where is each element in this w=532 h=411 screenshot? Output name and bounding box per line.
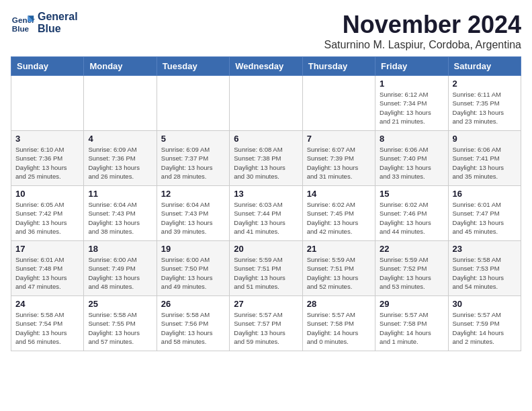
day-number: 8 <box>380 134 443 144</box>
day-number: 10 <box>15 189 79 199</box>
day-number: 25 <box>88 299 152 309</box>
day-number: 13 <box>234 189 298 199</box>
calendar-cell: 26Sunrise: 5:58 AM Sunset: 7:56 PM Dayli… <box>157 296 229 351</box>
calendar-cell <box>230 76 302 131</box>
day-number: 22 <box>380 244 443 254</box>
calendar-cell: 7Sunrise: 6:07 AM Sunset: 7:39 PM Daylig… <box>302 131 375 186</box>
day-number: 26 <box>161 299 225 309</box>
calendar-week-3: 10Sunrise: 6:05 AM Sunset: 7:42 PM Dayli… <box>11 186 521 241</box>
location-subtitle: Saturnino M. Laspiur, Cordoba, Argentina <box>324 39 521 51</box>
calendar-cell: 2Sunrise: 6:11 AM Sunset: 7:35 PM Daylig… <box>448 76 521 131</box>
day-number: 4 <box>88 134 152 144</box>
calendar-cell <box>157 76 229 131</box>
weekday-header-monday: Monday <box>84 57 157 76</box>
title-section: November 2024 Saturnino M. Laspiur, Cord… <box>324 11 521 51</box>
calendar-cell: 11Sunrise: 6:04 AM Sunset: 7:43 PM Dayli… <box>84 186 157 241</box>
day-info: Sunrise: 5:59 AM Sunset: 7:52 PM Dayligh… <box>380 255 443 291</box>
day-number: 6 <box>234 134 298 144</box>
day-info: Sunrise: 5:59 AM Sunset: 7:51 PM Dayligh… <box>307 255 371 291</box>
logo-line2: Blue <box>38 23 78 35</box>
day-number: 7 <box>307 134 371 144</box>
day-info: Sunrise: 5:58 AM Sunset: 7:54 PM Dayligh… <box>15 310 79 346</box>
day-info: Sunrise: 5:57 AM Sunset: 7:57 PM Dayligh… <box>234 310 298 346</box>
calendar-cell: 8Sunrise: 6:06 AM Sunset: 7:40 PM Daylig… <box>375 131 448 186</box>
day-info: Sunrise: 6:06 AM Sunset: 7:40 PM Dayligh… <box>380 145 443 181</box>
calendar-header-row: SundayMondayTuesdayWednesdayThursdayFrid… <box>11 57 521 76</box>
day-info: Sunrise: 6:12 AM Sunset: 7:34 PM Dayligh… <box>380 90 443 126</box>
calendar-cell: 1Sunrise: 6:12 AM Sunset: 7:34 PM Daylig… <box>375 76 448 131</box>
day-info: Sunrise: 6:01 AM Sunset: 7:47 PM Dayligh… <box>453 200 517 236</box>
logo-line1: General <box>38 11 78 23</box>
day-number: 5 <box>161 134 225 144</box>
day-info: Sunrise: 6:07 AM Sunset: 7:39 PM Dayligh… <box>307 145 371 181</box>
day-number: 29 <box>380 299 443 309</box>
weekday-header-thursday: Thursday <box>302 57 375 76</box>
day-info: Sunrise: 6:04 AM Sunset: 7:43 PM Dayligh… <box>88 200 152 236</box>
calendar-cell: 21Sunrise: 5:59 AM Sunset: 7:51 PM Dayli… <box>302 241 375 296</box>
calendar-cell: 20Sunrise: 5:59 AM Sunset: 7:51 PM Dayli… <box>230 241 302 296</box>
day-info: Sunrise: 6:00 AM Sunset: 7:49 PM Dayligh… <box>88 255 152 291</box>
day-info: Sunrise: 6:02 AM Sunset: 7:45 PM Dayligh… <box>307 200 371 236</box>
day-info: Sunrise: 6:05 AM Sunset: 7:42 PM Dayligh… <box>15 200 79 236</box>
day-info: Sunrise: 6:00 AM Sunset: 7:50 PM Dayligh… <box>161 255 225 291</box>
calendar-cell: 4Sunrise: 6:09 AM Sunset: 7:36 PM Daylig… <box>84 131 157 186</box>
day-number: 18 <box>88 244 152 254</box>
calendar-week-5: 24Sunrise: 5:58 AM Sunset: 7:54 PM Dayli… <box>11 296 521 351</box>
calendar-cell: 3Sunrise: 6:10 AM Sunset: 7:36 PM Daylig… <box>11 131 84 186</box>
calendar-cell <box>11 76 84 131</box>
day-number: 19 <box>161 244 225 254</box>
day-info: Sunrise: 6:10 AM Sunset: 7:36 PM Dayligh… <box>15 145 79 181</box>
calendar-cell: 17Sunrise: 6:01 AM Sunset: 7:48 PM Dayli… <box>11 241 84 296</box>
calendar-cell: 15Sunrise: 6:02 AM Sunset: 7:46 PM Dayli… <box>375 186 448 241</box>
calendar-cell: 14Sunrise: 6:02 AM Sunset: 7:45 PM Dayli… <box>302 186 375 241</box>
calendar-cell <box>302 76 375 131</box>
calendar-table: SundayMondayTuesdayWednesdayThursdayFrid… <box>11 56 521 351</box>
day-number: 14 <box>307 189 371 199</box>
calendar-cell: 19Sunrise: 6:00 AM Sunset: 7:50 PM Dayli… <box>157 241 229 296</box>
day-number: 12 <box>161 189 225 199</box>
calendar-week-4: 17Sunrise: 6:01 AM Sunset: 7:48 PM Dayli… <box>11 241 521 296</box>
day-number: 20 <box>234 244 298 254</box>
calendar-cell: 5Sunrise: 6:09 AM Sunset: 7:37 PM Daylig… <box>157 131 229 186</box>
calendar-cell: 23Sunrise: 5:58 AM Sunset: 7:53 PM Dayli… <box>448 241 521 296</box>
calendar-cell: 22Sunrise: 5:59 AM Sunset: 7:52 PM Dayli… <box>375 241 448 296</box>
calendar-cell: 6Sunrise: 6:08 AM Sunset: 7:38 PM Daylig… <box>230 131 302 186</box>
calendar-cell <box>84 76 157 131</box>
weekday-header-tuesday: Tuesday <box>157 57 229 76</box>
day-info: Sunrise: 6:08 AM Sunset: 7:38 PM Dayligh… <box>234 145 298 181</box>
day-number: 1 <box>380 79 443 89</box>
logo: General Blue General Blue <box>11 11 78 35</box>
calendar-cell: 18Sunrise: 6:00 AM Sunset: 7:49 PM Dayli… <box>84 241 157 296</box>
day-number: 3 <box>15 134 79 144</box>
day-number: 30 <box>453 299 517 309</box>
day-info: Sunrise: 6:11 AM Sunset: 7:35 PM Dayligh… <box>453 90 517 126</box>
weekday-header-saturday: Saturday <box>448 57 521 76</box>
day-number: 2 <box>453 79 517 89</box>
day-info: Sunrise: 5:58 AM Sunset: 7:56 PM Dayligh… <box>161 310 225 346</box>
day-info: Sunrise: 5:59 AM Sunset: 7:51 PM Dayligh… <box>234 255 298 291</box>
day-info: Sunrise: 5:58 AM Sunset: 7:53 PM Dayligh… <box>453 255 517 291</box>
weekday-header-wednesday: Wednesday <box>230 57 302 76</box>
day-number: 9 <box>453 134 517 144</box>
calendar-cell: 27Sunrise: 5:57 AM Sunset: 7:57 PM Dayli… <box>230 296 302 351</box>
month-title: November 2024 <box>324 11 521 39</box>
calendar-cell: 9Sunrise: 6:06 AM Sunset: 7:41 PM Daylig… <box>448 131 521 186</box>
calendar-cell: 13Sunrise: 6:03 AM Sunset: 7:44 PM Dayli… <box>230 186 302 241</box>
svg-text:Blue: Blue <box>12 24 30 33</box>
logo-icon: General Blue <box>11 11 35 35</box>
calendar-cell: 28Sunrise: 5:57 AM Sunset: 7:58 PM Dayli… <box>302 296 375 351</box>
day-info: Sunrise: 6:01 AM Sunset: 7:48 PM Dayligh… <box>15 255 79 291</box>
calendar-cell: 24Sunrise: 5:58 AM Sunset: 7:54 PM Dayli… <box>11 296 84 351</box>
day-info: Sunrise: 5:57 AM Sunset: 7:59 PM Dayligh… <box>453 310 517 346</box>
calendar-week-2: 3Sunrise: 6:10 AM Sunset: 7:36 PM Daylig… <box>11 131 521 186</box>
day-number: 24 <box>15 299 79 309</box>
calendar-cell: 10Sunrise: 6:05 AM Sunset: 7:42 PM Dayli… <box>11 186 84 241</box>
day-info: Sunrise: 6:09 AM Sunset: 7:37 PM Dayligh… <box>161 145 225 181</box>
day-info: Sunrise: 5:57 AM Sunset: 7:58 PM Dayligh… <box>380 310 443 346</box>
day-number: 17 <box>15 244 79 254</box>
day-number: 27 <box>234 299 298 309</box>
calendar-cell: 16Sunrise: 6:01 AM Sunset: 7:47 PM Dayli… <box>448 186 521 241</box>
calendar-cell: 30Sunrise: 5:57 AM Sunset: 7:59 PM Dayli… <box>448 296 521 351</box>
day-info: Sunrise: 5:57 AM Sunset: 7:58 PM Dayligh… <box>307 310 371 346</box>
day-info: Sunrise: 6:03 AM Sunset: 7:44 PM Dayligh… <box>234 200 298 236</box>
